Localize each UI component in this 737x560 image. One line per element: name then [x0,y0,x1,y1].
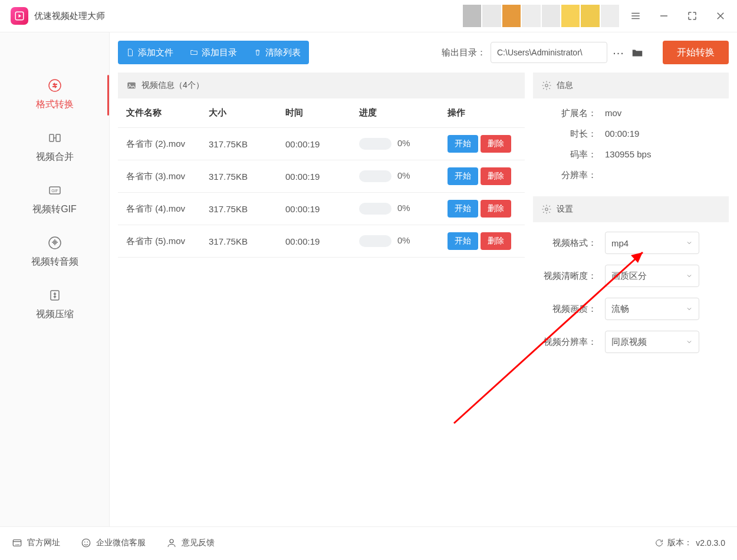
cell-size: 317.75KB [209,236,285,246]
cell-size: 317.75KB [209,139,285,149]
row-start-button[interactable]: 开始 [448,135,478,153]
sidebar-item-format-convert[interactable]: 格式转换 [0,69,109,121]
add-file-button[interactable]: 添加文件 [118,41,182,64]
svg-text:.com: .com [15,543,19,546]
window-controls [630,10,726,22]
chevron-down-icon [686,305,693,312]
row-delete-button[interactable]: 删除 [481,167,511,185]
close-icon [715,11,726,21]
sidebar-item-video-to-gif[interactable]: GIF 视频转GIF [0,174,109,226]
table-row: 各省市 (3).mov317.75KB00:00:190%开始删除 [118,160,525,193]
footer-label: 官方网址 [27,538,60,548]
open-folder-button[interactable] [630,42,645,63]
footer: .com 官方网址 企业微信客服 意见反馈 版本： v2.0.3.0 [0,526,737,559]
output-dir-label: 输出目录： [442,47,486,58]
cell-size: 317.75KB [209,172,285,182]
add-folder-button[interactable]: 添加目录 [182,41,245,64]
close-button[interactable] [715,10,726,22]
support-link[interactable]: 企业微信客服 [81,538,146,548]
clarity-select[interactable]: 画质区分 [605,265,699,287]
svg-point-16 [82,539,90,547]
svg-rect-8 [127,83,136,89]
official-site-link[interactable]: .com 官方网址 [12,538,60,548]
row-start-button[interactable]: 开始 [448,200,478,218]
play-icon [14,11,25,21]
globe-icon: .com [12,538,22,548]
clarity-label: 视频清晰度： [544,271,597,282]
trash-icon [254,48,262,57]
clear-list-button[interactable]: 清除列表 [245,41,309,64]
resolution-select[interactable]: 同原视频 [605,331,699,353]
cell-ops: 开始删除 [448,135,516,153]
hamburger-icon [630,11,641,21]
output-dir-input[interactable] [491,42,607,63]
gear-icon [541,80,552,91]
cell-name: 各省市 (5).mov [126,235,209,247]
format-label: 视频格式： [544,238,597,249]
toolbar: 添加文件 添加目录 清除列表 输出目录： ··· 开始转换 [118,41,729,64]
table-row: 各省市 (2).mov317.75KB00:00:190%开始删除 [118,128,525,160]
ext-label: 扩展名： [544,108,597,119]
cell-time: 00:00:19 [285,236,359,246]
support-icon [81,538,91,548]
cell-ops: 开始删除 [448,232,516,250]
info-panel-header: 信息 [533,73,729,98]
footer-label: 意见反馈 [182,538,215,548]
cell-name: 各省市 (2).mov [126,138,209,150]
feedback-link[interactable]: 意见反馈 [166,538,215,548]
more-button[interactable]: ··· [611,42,626,63]
cell-progress: 0% [359,138,448,150]
cell-name: 各省市 (4).mov [126,203,209,215]
merge-icon [47,130,63,146]
version-info[interactable]: 版本： v2.0.3.0 [654,538,725,548]
folder-open-icon [631,46,644,59]
app-title: 优速视频处理大师 [34,11,105,22]
svg-point-18 [87,542,88,543]
minimize-button[interactable] [658,10,670,22]
table-header-title: 视频信息（4个） [118,73,525,98]
menu-button[interactable] [630,10,641,22]
table-row: 各省市 (4).mov317.75KB00:00:190%开始删除 [118,193,525,225]
cell-time: 00:00:19 [285,204,359,214]
svg-point-19 [170,539,173,543]
row-start-button[interactable]: 开始 [448,167,478,185]
col-ops: 操作 [448,107,516,118]
start-convert-button[interactable]: 开始转换 [663,41,729,64]
ext-value: mov [605,108,718,119]
bitrate-value: 130955 bps [605,149,718,160]
cell-ops: 开始删除 [448,167,516,185]
row-start-button[interactable]: 开始 [448,232,478,250]
resolution-label: 分辨率： [544,170,597,181]
sidebar-item-video-compress[interactable]: 视频压缩 [0,279,109,331]
footer-label: 企业微信客服 [96,538,146,548]
ellipsis-icon: ··· [613,46,624,60]
svg-text:GIF: GIF [51,189,58,193]
quality-select[interactable]: 流畅 [605,298,699,320]
row-delete-button[interactable]: 删除 [481,200,511,218]
sidebar-item-label: 格式转换 [36,98,74,111]
progress-bar [359,138,391,150]
duration-label: 时长： [544,129,597,140]
maximize-icon [687,11,697,21]
table-title: 视频信息（4个） [142,80,204,91]
format-select[interactable]: mp4 [605,232,699,254]
sidebar-item-video-to-audio[interactable]: 视频转音频 [0,226,109,279]
sidebar-item-video-merge[interactable]: 视频合并 [0,121,109,174]
table-head: 文件名称 大小 时间 进度 操作 [118,98,525,128]
feedback-icon [166,538,177,548]
svg-rect-3 [56,134,60,141]
row-delete-button[interactable]: 删除 [481,135,511,153]
select-value: 画质区分 [611,271,647,282]
progress-bar [359,235,391,247]
col-time: 时间 [285,107,359,118]
audio-icon [47,235,63,251]
file-icon [126,48,134,57]
right-panel: 信息 扩展名：mov 时长：00:00:19 码率：130955 bps 分辨率… [533,73,729,526]
minimize-icon [659,11,669,21]
progress-text: 0% [397,170,410,180]
row-delete-button[interactable]: 删除 [481,232,511,250]
sidebar-item-label: 视频转音频 [31,256,78,268]
cell-ops: 开始删除 [448,200,516,218]
maximize-button[interactable] [686,10,698,22]
cell-size: 317.75KB [209,204,285,214]
